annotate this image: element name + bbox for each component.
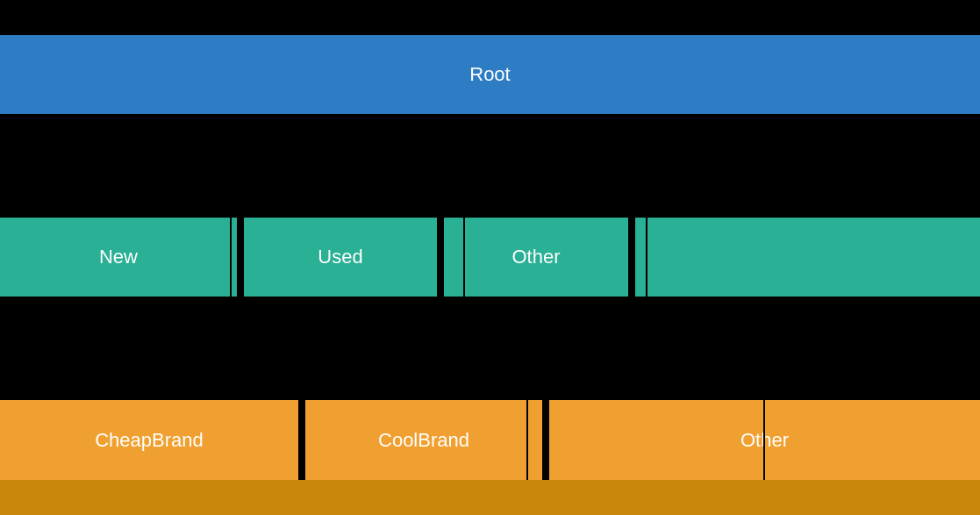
brand-coolbrand-label: CoolBrand [378, 429, 469, 452]
root-node: Root [0, 35, 980, 114]
condition-new-label: New [99, 246, 138, 268]
brand-cheapbrand-node[interactable]: CheapBrand [0, 400, 298, 480]
condition-divider-3 [646, 218, 647, 297]
brand-coolbrand-node[interactable]: CoolBrand [305, 400, 542, 480]
brand-divider-1 [526, 400, 528, 480]
brand-divider-2 [763, 400, 765, 480]
root-label: Root [469, 63, 510, 86]
brand-row: CheapBrand CoolBrand Other [0, 400, 980, 480]
condition-other-node[interactable]: Other [444, 218, 628, 297]
condition-rest-node [635, 218, 980, 297]
brand-cheapbrand-label: CheapBrand [95, 429, 204, 452]
condition-used-label: Used [318, 246, 362, 268]
condition-row: New Used Other [0, 218, 980, 297]
condition-divider-1 [230, 218, 232, 297]
gold-bar [0, 480, 980, 515]
condition-other-label: Other [511, 246, 560, 268]
condition-new-node[interactable]: New [0, 218, 237, 297]
condition-used-node[interactable]: Used [244, 218, 437, 297]
condition-divider-2 [463, 218, 465, 297]
